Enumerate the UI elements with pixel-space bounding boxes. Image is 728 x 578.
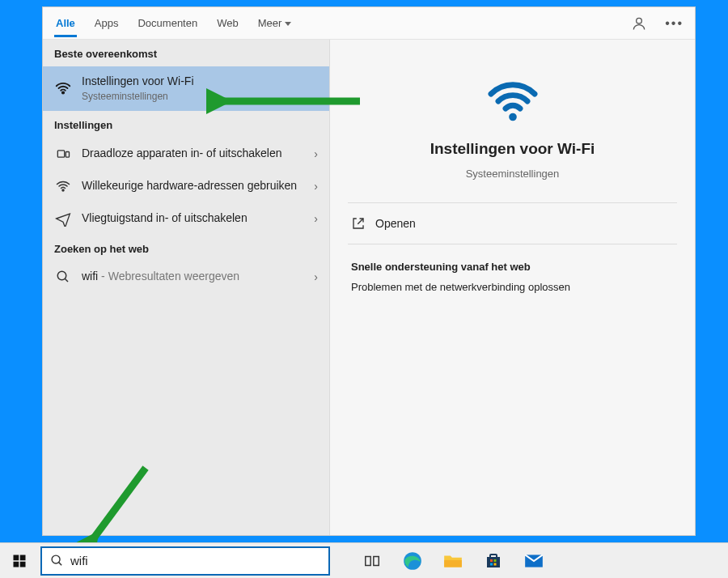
task-view-icon[interactable] xyxy=(358,546,387,576)
support-link-network-troubleshoot[interactable]: Problemen met de netwerkverbinding oplos… xyxy=(330,281,695,293)
wifi-icon xyxy=(54,79,72,97)
svg-rect-22 xyxy=(490,559,493,562)
svg-rect-11 xyxy=(20,555,26,560)
action-open-label: Openen xyxy=(375,217,416,230)
edge-browser-icon[interactable] xyxy=(398,546,427,576)
result-best-match-text: Instellingen voor Wi-Fi Systeeminstellin… xyxy=(82,74,318,103)
taskbar-search-input[interactable] xyxy=(70,554,320,567)
more-icon[interactable]: ••• xyxy=(665,16,684,31)
microsoft-store-icon[interactable] xyxy=(479,546,508,576)
preview-title: Instellingen voor Wi-Fi xyxy=(430,140,595,158)
web-query-suffix: - Webresultaten weergeven xyxy=(98,270,239,283)
svg-rect-13 xyxy=(20,561,26,567)
preview-panel: Instellingen voor Wi-Fi Systeeminstellin… xyxy=(330,40,695,535)
web-result-item[interactable]: wifi - Webresultaten weergeven › xyxy=(43,261,329,292)
topbar-actions: ••• xyxy=(631,15,684,32)
wifi-icon xyxy=(54,178,72,194)
search-topbar: Alle Apps Documenten Web Meer ••• xyxy=(43,7,695,40)
settings-item-label: Vliegtuigstand in- of uitschakelen xyxy=(82,211,304,226)
open-external-icon xyxy=(351,216,366,231)
svg-point-0 xyxy=(637,18,642,23)
profile-icon[interactable] xyxy=(631,15,647,32)
preview-hero: Instellingen voor Wi-Fi Systeeminstellin… xyxy=(330,72,695,202)
preview-subtitle: Systeeminstellingen xyxy=(466,168,560,180)
tab-all[interactable]: Alle xyxy=(54,9,77,37)
result-best-match[interactable]: Instellingen voor Wi-Fi Systeeminstellin… xyxy=(43,66,329,111)
support-header: Snelle ondersteuning vanaf het web xyxy=(330,244,695,281)
search-icon xyxy=(50,554,64,567)
taskbar-search[interactable] xyxy=(40,546,330,576)
chevron-right-icon: › xyxy=(314,212,318,225)
svg-rect-16 xyxy=(366,556,370,565)
airplane-icon xyxy=(54,210,72,227)
result-subtitle: Systeeminstellingen xyxy=(82,91,318,103)
chevron-down-icon xyxy=(285,22,291,26)
tab-web[interactable]: Web xyxy=(215,9,240,37)
settings-item-label: Willekeurige hardware-adressen gebruiken xyxy=(82,179,304,193)
wifi-large-icon xyxy=(484,72,542,130)
search-icon xyxy=(54,270,72,284)
svg-rect-12 xyxy=(14,561,19,567)
svg-line-15 xyxy=(59,563,62,566)
taskbar-pinned xyxy=(358,546,548,576)
settings-item-label: Draadloze apparaten in- of uitschakelen xyxy=(82,147,304,161)
settings-item-random-mac[interactable]: Willekeurige hardware-adressen gebruiken… xyxy=(43,170,329,202)
section-web: Zoeken op het web xyxy=(43,235,329,261)
results-panel: Beste overeenkomst Instellingen voor Wi-… xyxy=(43,40,330,535)
svg-rect-10 xyxy=(14,555,19,560)
section-settings: Instellingen xyxy=(43,111,329,138)
search-tabs: Alle Apps Documenten Web Meer xyxy=(54,9,293,37)
action-open[interactable]: Openen xyxy=(330,203,695,244)
svg-point-7 xyxy=(509,113,517,121)
chevron-right-icon: › xyxy=(314,270,318,283)
svg-rect-3 xyxy=(66,151,69,157)
devices-icon xyxy=(54,146,72,162)
svg-rect-21 xyxy=(490,555,497,558)
mail-icon[interactable] xyxy=(519,546,548,576)
taskbar xyxy=(0,542,728,578)
chevron-right-icon: › xyxy=(314,147,318,160)
svg-rect-2 xyxy=(57,150,64,156)
start-button[interactable] xyxy=(3,545,36,577)
search-window: Alle Apps Documenten Web Meer ••• Beste … xyxy=(42,6,696,536)
chevron-right-icon: › xyxy=(314,180,318,193)
svg-point-14 xyxy=(52,555,60,563)
svg-point-1 xyxy=(62,92,64,94)
svg-rect-24 xyxy=(490,563,493,565)
svg-rect-23 xyxy=(494,559,497,562)
web-query-term: wifi xyxy=(82,270,98,283)
section-best-match: Beste overeenkomst xyxy=(43,40,329,66)
settings-item-airplane-mode[interactable]: Vliegtuigstand in- of uitschakelen › xyxy=(43,202,329,235)
svg-rect-25 xyxy=(494,563,497,565)
svg-rect-19 xyxy=(444,559,462,567)
tab-documents[interactable]: Documenten xyxy=(136,9,199,37)
file-explorer-icon[interactable] xyxy=(438,546,468,576)
settings-item-toggle-wireless[interactable]: Draadloze apparaten in- of uitschakelen … xyxy=(43,138,329,170)
svg-rect-17 xyxy=(374,556,379,565)
search-body: Beste overeenkomst Instellingen voor Wi-… xyxy=(43,40,695,535)
result-title: Instellingen voor Wi-Fi xyxy=(82,74,194,87)
svg-line-6 xyxy=(65,278,68,282)
tab-apps[interactable]: Apps xyxy=(93,9,121,37)
svg-point-4 xyxy=(62,189,64,191)
web-result-text: wifi - Webresultaten weergeven xyxy=(82,270,304,284)
tab-more[interactable]: Meer xyxy=(256,9,294,37)
svg-point-5 xyxy=(57,271,66,280)
